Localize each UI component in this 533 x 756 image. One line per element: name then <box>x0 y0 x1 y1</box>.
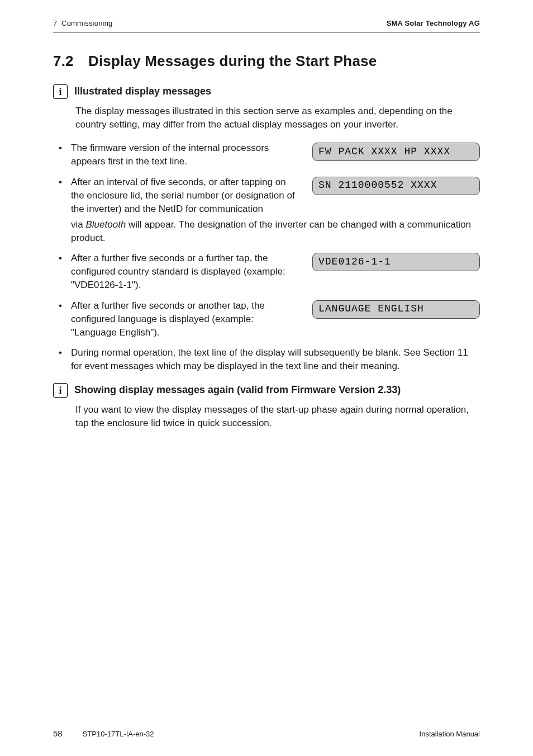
info-icon: i <box>53 383 68 398</box>
lcd-display: LANGUAGE ENGLISH <box>312 300 480 319</box>
lcd-text: SN 2110000552 XXXX <box>318 178 437 193</box>
header-left: 7 Commissioning <box>53 19 113 27</box>
info-icon-glyph: i <box>59 87 61 97</box>
header-right: SMA Solar Technology AG <box>387 19 480 27</box>
doc-id: STP10-17TL-IA-en-32 <box>83 730 154 738</box>
bullet-text: The firmware version of the internal pro… <box>71 141 299 168</box>
section-title: 7.2 Display Messages during the Start Ph… <box>53 53 480 70</box>
list-item: After a further five seconds or a furthe… <box>58 252 480 292</box>
page-footer: 58 STP10-17TL-IA-en-32 Installation Manu… <box>53 729 480 738</box>
bullet-continuation: via Bluetooth will appear. The designati… <box>71 218 480 245</box>
info-icon-glyph: i <box>59 385 61 395</box>
bullet-list: The firmware version of the internal pro… <box>58 141 480 373</box>
bullet-text: After a further five seconds or another … <box>71 299 299 339</box>
lcd-text: LANGUAGE ENGLISH <box>318 302 424 316</box>
info-body: The display messages illustrated in this… <box>75 105 480 131</box>
bullet-text: During normal operation, the text line o… <box>71 346 480 373</box>
page: 7 Commissioning SMA Solar Technology AG … <box>0 0 533 756</box>
info-body: If you want to view the display messages… <box>75 403 480 430</box>
info-block-showing-again: i Showing display messages again (valid … <box>53 383 480 398</box>
bullet-text: After a further five seconds or a furthe… <box>71 252 299 292</box>
footer-left: 58 STP10-17TL-IA-en-32 <box>53 729 154 738</box>
info-block-illustrated: i Illustrated display messages <box>53 84 480 99</box>
cont-italic: Bluetooth <box>85 219 126 230</box>
lcd-display: SN 2110000552 XXXX <box>312 177 480 195</box>
list-item: The firmware version of the internal pro… <box>58 141 480 168</box>
info-title: Showing display messages again (valid fr… <box>74 384 401 396</box>
page-number: 58 <box>53 729 63 738</box>
list-item: After an interval of five seconds, or af… <box>58 176 480 245</box>
lcd-display: VDE0126-1-1 <box>312 253 480 271</box>
cont-post: will appear. The designation of the inve… <box>71 219 471 243</box>
bullet-text: After an interval of five seconds, or af… <box>71 176 299 216</box>
lcd-text: FW PACK xxxx HP xxxx <box>318 145 450 159</box>
info-title: Illustrated display messages <box>74 86 211 97</box>
footer-right: Installation Manual <box>420 730 480 738</box>
page-header: 7 Commissioning SMA Solar Technology AG <box>53 19 480 32</box>
cont-pre: via <box>71 219 85 230</box>
info-icon: i <box>53 84 68 99</box>
list-item: After a further five seconds or another … <box>58 299 480 339</box>
list-item: During normal operation, the text line o… <box>58 346 480 373</box>
lcd-text: VDE0126-1-1 <box>318 255 391 270</box>
lcd-display: FW PACK xxxx HP xxxx <box>312 143 480 161</box>
